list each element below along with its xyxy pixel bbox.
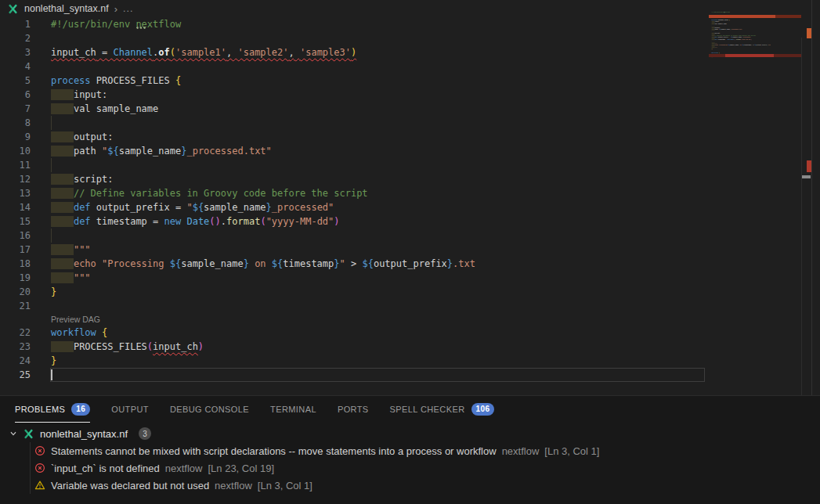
code-line-16[interactable]: 16 (0, 229, 820, 243)
problem-source: nextflow (502, 445, 540, 457)
code-line-text (51, 117, 52, 128)
code-line-13[interactable]: 13 // Define variables in Groovy code be… (0, 186, 820, 200)
breadcrumb-separator: › (114, 3, 117, 15)
code-line-24[interactable]: 24} (0, 354, 820, 368)
problem-row[interactable]: `input_ch` is not definednextflow[Ln 23,… (0, 459, 820, 477)
problem-message: `input_ch` is not defined (51, 463, 160, 474)
code-line-14[interactable]: 14 def output_prefix = "${sample_name}_p… (0, 200, 820, 214)
code-line-8[interactable]: 8 (0, 116, 820, 130)
problem-location: [Ln 3, Col 1] (544, 445, 599, 457)
line-number: 1 (0, 17, 31, 31)
problem-location: [Ln 3, Col 1] (258, 480, 312, 491)
code-line-10[interactable]: 10 path "${sample_name}_processed.txt" (0, 144, 820, 158)
code-line-text: def output_prefix = "${sample_name}_proc… (51, 202, 334, 213)
problem-row[interactable]: Variable was declared but not usednextfl… (0, 477, 820, 494)
code-editor[interactable]: 1#!/usr/bin/env nextflow23input_ch = Cha… (0, 17, 820, 395)
codelens-preview-dag-link[interactable]: Preview DAG (51, 313, 100, 326)
code-line-5[interactable]: 5process PROCESS_FILES { (0, 74, 820, 88)
overview-ruler-error-mark-top (807, 28, 811, 38)
tab-label: DEBUG CONSOLE (170, 405, 249, 414)
code-line-text (51, 230, 52, 241)
line-number: 10 (0, 144, 31, 158)
code-line-text: workflow { (51, 327, 107, 338)
code-line-9[interactable]: 9 output: (0, 130, 820, 144)
line-number: 24 (0, 354, 31, 368)
line-number: 6 (0, 88, 31, 102)
problems-tab[interactable]: PROBLEMS16 (15, 396, 90, 423)
line-number: 20 (0, 285, 31, 299)
line-number: 7 (0, 102, 31, 116)
code-lines: 1#!/usr/bin/env nextflow23input_ch = Cha… (0, 17, 820, 382)
error-icon (34, 463, 45, 473)
problem-row[interactable]: Statements cannot be mixed with script d… (0, 442, 820, 459)
tab-label: PORTS (338, 405, 369, 414)
code-line-6[interactable]: 6 input: (0, 88, 820, 102)
code-line-text: #!/usr/bin/env nextflow (51, 19, 181, 30)
code-line-text: input: (51, 89, 107, 100)
code-line-2[interactable]: 2 (0, 31, 820, 45)
line-number: 18 (0, 257, 31, 271)
code-line-21[interactable]: 21 (0, 299, 820, 313)
line-number: 8 (0, 116, 31, 130)
terminal-tab[interactable]: TERMINAL (270, 396, 316, 423)
problem-message: Statements cannot be mixed with script d… (51, 445, 497, 457)
minimap-right-border (801, 38, 802, 395)
code-line-text: script: (51, 174, 113, 185)
line-number: 11 (0, 158, 31, 172)
code-line-25[interactable]: 25 (0, 368, 820, 382)
code-line-text: input_ch = Channel.of('sample1', 'sample… (51, 47, 356, 58)
code-line-23[interactable]: 23 PROCESS_FILES(input_ch) (0, 340, 820, 354)
code-line-18[interactable]: 18 echo "Processing ${sample_name} on ${… (0, 257, 820, 271)
breadcrumb: nonlethal_syntax.nf › ... (0, 0, 820, 17)
code-line-12[interactable]: 12 script: (0, 172, 820, 186)
line-number: 19 (0, 271, 31, 285)
line-number: 25 (0, 368, 31, 382)
code-line-text: PROCESS_FILES(input_ch) (51, 341, 204, 352)
error-icon (34, 445, 45, 456)
problems-tree: nonlethal_syntax.nf 3 Statements cannot … (0, 425, 820, 494)
code-line-22[interactable]: 22workflow { (0, 326, 820, 340)
line-number: 22 (0, 326, 31, 340)
debug-console-tab[interactable]: DEBUG CONSOLE (170, 396, 249, 423)
code-line-text: """ (51, 244, 91, 255)
ports-tab[interactable]: PORTS (338, 396, 369, 423)
code-line-text: process PROCESS_FILES { (51, 75, 181, 86)
code-line-7[interactable]: 7 val sample_name (0, 102, 820, 116)
output-tab[interactable]: OUTPUT (111, 396, 149, 423)
code-line-15[interactable]: 15 def timestamp = new Date().format("yy… (0, 214, 820, 229)
tab-count-badge: 16 (71, 403, 90, 416)
problem-source: nextflow (165, 463, 203, 474)
line-number: 13 (0, 186, 31, 200)
breadcrumb-ellipsis[interactable]: ... (123, 3, 133, 14)
problem-location: [Ln 23, Col 19] (208, 463, 274, 474)
tab-count-badge: 106 (471, 403, 495, 416)
spell-checker-tab[interactable]: SPELL CHECKER106 (390, 396, 495, 423)
chevron-down-icon[interactable] (8, 428, 19, 439)
code-line-text: } (51, 355, 56, 366)
problems-file-name: nonlethal_syntax.nf (40, 428, 128, 440)
code-line-20[interactable]: 20} (0, 285, 820, 299)
minimap-code: #!/usr/bin/env nextflowinput_ch = Channe… (709, 11, 800, 60)
tab-label: TERMINAL (270, 405, 316, 414)
overview-ruler-error-mark-bottom (807, 160, 811, 172)
code-line-3[interactable]: 3input_ch = Channel.of('sample1', 'sampl… (0, 45, 820, 59)
nextflow-file-icon (7, 3, 19, 15)
line-number: 15 (0, 214, 31, 229)
code-line-19[interactable]: 19 """ (0, 271, 820, 285)
problems-file-row[interactable]: nonlethal_syntax.nf 3 (0, 425, 820, 442)
code-line-1[interactable]: 1#!/usr/bin/env nextflow (0, 17, 820, 31)
line-number: 4 (0, 59, 31, 74)
code-line-17[interactable]: 17 """ (0, 243, 820, 257)
tab-label: PROBLEMS (15, 405, 65, 414)
vscode-window: nonlethal_syntax.nf › ... 1#!/usr/bin/en… (0, 0, 820, 504)
code-line-text: output: (51, 131, 113, 142)
breadcrumb-file[interactable]: nonlethal_syntax.nf (24, 3, 109, 14)
code-line-4[interactable]: 4 (0, 59, 820, 74)
line-number: 12 (0, 172, 31, 186)
code-line-text: } (51, 286, 56, 297)
code-line-11[interactable]: 11 (0, 158, 820, 172)
tab-label: OUTPUT (111, 405, 149, 414)
problems-file-count-badge: 3 (139, 427, 151, 440)
minimap[interactable]: #!/usr/bin/env nextflowinput_ch = Channe… (709, 11, 801, 70)
tab-label: SPELL CHECKER (390, 405, 465, 414)
